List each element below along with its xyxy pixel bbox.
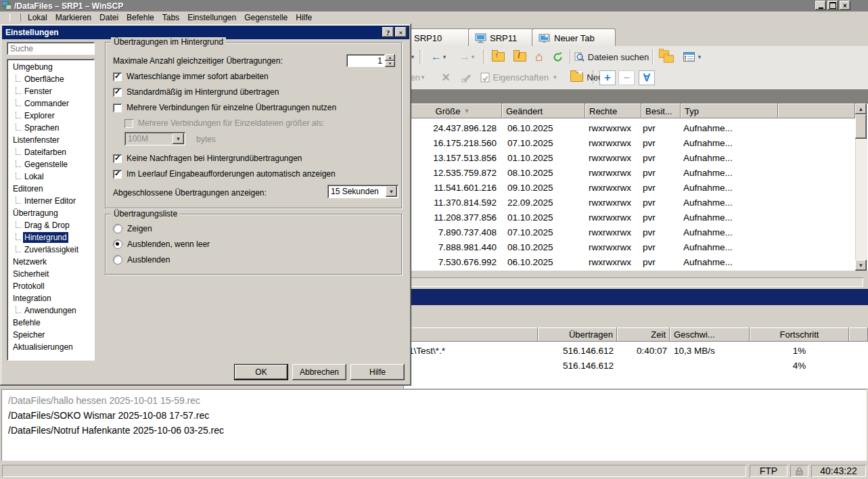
menu-befehle[interactable]: Befehle: [122, 13, 158, 22]
checkbox-icon[interactable]: [113, 104, 122, 112]
dialog-close-button[interactable]: ×: [395, 27, 407, 37]
tree-item-anwendungen[interactable]: Anwendungen: [7, 304, 95, 317]
queue-column-empty[interactable]: [849, 327, 868, 342]
column-header-modified[interactable]: Geändert: [502, 104, 585, 118]
filter-button[interactable]: ∀: [639, 70, 655, 85]
column-header-rights[interactable]: Rechte: [585, 104, 641, 118]
spinner-value[interactable]: 1: [346, 54, 385, 67]
status-protocol[interactable]: FTP: [750, 465, 787, 477]
tree-item-speicher[interactable]: Speicher: [7, 329, 95, 341]
column-header-size[interactable]: Größe ▼: [403, 104, 502, 118]
checkbox-no-confirmations[interactable]: Keine Nachfragen bei Hintergrundübertrag…: [113, 154, 302, 163]
scroll-down-button[interactable]: ▼: [855, 260, 867, 271]
tree-item-uebertragung[interactable]: Übertragung: [7, 207, 95, 219]
checkbox-multiple-connections[interactable]: Mehrere Verbindungen für einzelne Übertr…: [113, 103, 336, 112]
refresh-button[interactable]: [548, 49, 567, 65]
tree-item-hintergrund[interactable]: Hintergrund: [7, 231, 95, 244]
menu-grip[interactable]: [9, 14, 21, 22]
synchronize-browsing-button[interactable]: [656, 49, 677, 65]
find-files-button[interactable]: Dateien suchen: [574, 49, 649, 65]
add-button[interactable]: +: [599, 70, 616, 85]
session-log-panel[interactable]: /DataFiles/hallo hessen 2025-10-01 15-59…: [1, 389, 867, 461]
menu-markieren[interactable]: Markieren: [51, 13, 95, 22]
radio-icon[interactable]: [113, 255, 122, 265]
max-transfers-spinner[interactable]: 1 ▲ ▼: [346, 54, 395, 67]
queue-header-bar[interactable]: [403, 289, 868, 305]
remove-button[interactable]: −: [618, 70, 635, 85]
menu-datei[interactable]: Datei: [95, 13, 122, 22]
queue-column-progress[interactable]: Fortschritt: [750, 327, 849, 342]
tree-item-gegenstelle[interactable]: Gegenstelle: [7, 158, 95, 170]
toolbar-grip[interactable]: [593, 70, 596, 84]
dialog-help-button[interactable]: ?: [382, 27, 394, 37]
spin-down-button[interactable]: ▼: [385, 61, 395, 68]
minimize-button[interactable]: [815, 1, 826, 10]
tree-item-aktualisierungen[interactable]: Aktualisierungen: [7, 341, 95, 353]
cancel-button[interactable]: Abbrechen: [292, 364, 346, 380]
queue-column-time[interactable]: Zeit: [617, 327, 670, 342]
tree-item-explorer[interactable]: Explorer: [7, 110, 95, 122]
radio-hide-when-empty[interactable]: Ausblenden, wenn leer: [113, 240, 210, 249]
tree-item-protokoll[interactable]: Protokoll: [7, 280, 95, 292]
tree-item-umgebung[interactable]: Umgebung: [7, 61, 95, 73]
tree-item-sprachen[interactable]: Sprachen: [7, 122, 95, 134]
checkbox-idle-prompts[interactable]: Im Leerlauf Eingabeaufforderungen automa…: [113, 169, 336, 179]
menu-gegenstelle[interactable]: Gegenstelle: [240, 13, 292, 22]
radio-show[interactable]: Zeigen: [113, 224, 152, 233]
tree-item-listenfenster[interactable]: Listenfenster: [7, 134, 95, 146]
completed-transfers-combo[interactable]: 15 Sekunden ▾: [327, 185, 398, 198]
settings-search-input[interactable]: [7, 42, 95, 55]
scroll-up-button[interactable]: ▲: [855, 104, 867, 114]
menu-hilfe[interactable]: Hilfe: [292, 13, 316, 22]
settings-tree[interactable]: Umgebung Oberfläche Fenster Commander Ex…: [7, 59, 95, 361]
tree-item-dateifarben[interactable]: Dateifarben: [7, 146, 95, 158]
tab-srp10[interactable]: SRP10: [407, 28, 478, 47]
column-header-owner[interactable]: Besit...: [641, 104, 681, 118]
scrollbar-thumb[interactable]: [855, 114, 867, 139]
toolbar-grip[interactable]: [419, 50, 423, 64]
column-header-empty[interactable]: [778, 104, 855, 118]
menu-tabs[interactable]: Tabs: [158, 13, 183, 22]
home-directory-button[interactable]: ⌂: [530, 49, 548, 65]
close-button[interactable]: ×: [840, 1, 850, 10]
tree-item-zuverlaessigkeit[interactable]: Zuverlässigkeit: [7, 244, 95, 256]
tree-item-commander[interactable]: Commander: [7, 97, 95, 110]
tree-item-oberflaeche[interactable]: Oberfläche: [7, 73, 95, 85]
tree-item-integration[interactable]: Integration: [7, 292, 95, 304]
back-button[interactable]: ← ▾: [425, 49, 452, 65]
combo-dropdown-button[interactable]: ▾: [386, 186, 397, 197]
checkbox-icon[interactable]: [113, 170, 122, 179]
tree-item-drag-drop[interactable]: Drag & Drop: [7, 219, 95, 231]
tree-item-interner-editor[interactable]: Interner Editor: [7, 195, 95, 207]
radio-icon[interactable]: [113, 224, 122, 233]
checkbox-process-queue[interactable]: Warteschlange immer sofort abarbeiten: [113, 72, 269, 81]
tab-srp11[interactable]: SRP11: [468, 28, 541, 47]
tree-item-editoren[interactable]: Editoren: [7, 183, 95, 195]
parent-directory-button[interactable]: ↑: [488, 49, 507, 65]
maximize-button[interactable]: [827, 1, 838, 10]
checkbox-icon[interactable]: [113, 154, 122, 163]
column-header-type[interactable]: Typ: [681, 104, 778, 118]
view-style-button[interactable]: ▾: [679, 49, 705, 65]
properties-button[interactable]: Eigenschaften ▾: [476, 69, 560, 85]
checkbox-icon[interactable]: [113, 72, 122, 81]
queue-column-file[interactable]: [403, 327, 538, 342]
ok-button[interactable]: OK: [234, 364, 288, 380]
root-directory-button[interactable]: /: [510, 49, 529, 65]
tab-new-tab[interactable]: Neuer Tab: [532, 28, 616, 47]
checkbox-icon[interactable]: [113, 88, 122, 97]
radio-icon[interactable]: [113, 240, 122, 249]
delete-button[interactable]: ×: [437, 69, 455, 85]
tree-item-lokal[interactable]: Lokal: [7, 170, 95, 183]
queue-column-speed[interactable]: Geschwi...: [670, 327, 750, 342]
radio-hide[interactable]: Ausblenden: [113, 255, 170, 265]
tree-item-netzwerk[interactable]: Netzwerk: [7, 256, 95, 268]
toolbar-grip[interactable]: [483, 50, 486, 64]
help-button[interactable]: Hilfe: [350, 364, 405, 380]
menu-einstellungen[interactable]: Einstellungen: [183, 13, 240, 22]
tree-item-fenster[interactable]: Fenster: [7, 85, 95, 97]
menu-lokal[interactable]: Lokal: [24, 13, 51, 22]
tree-item-befehle[interactable]: Befehle: [7, 317, 95, 329]
edit-button[interactable]: [457, 69, 475, 85]
tree-item-sicherheit[interactable]: Sicherheit: [7, 268, 95, 280]
